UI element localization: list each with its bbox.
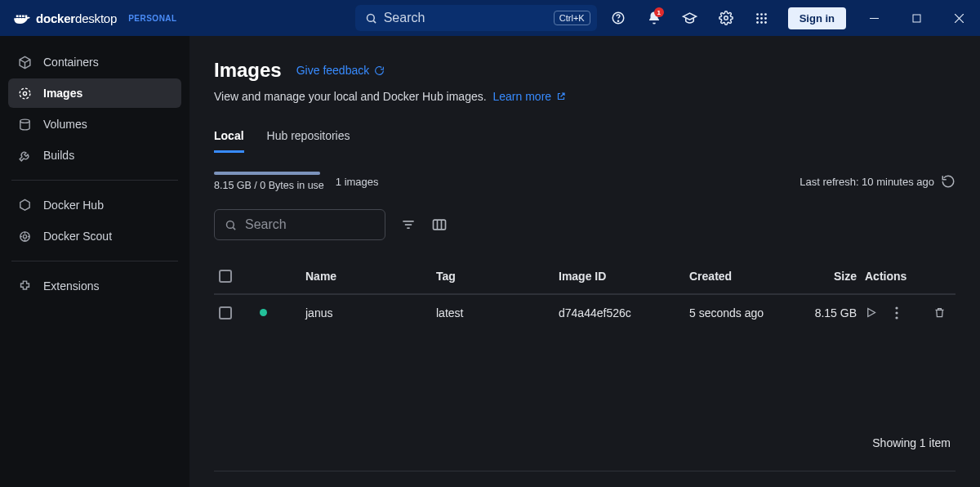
play-icon [865,306,877,319]
sidebar-item-builds[interactable]: Builds [8,141,181,170]
svg-rect-28 [434,220,446,230]
docker-icon [13,11,31,25]
status-dot [260,309,267,316]
scout-icon [18,230,32,244]
svg-line-24 [233,227,235,230]
col-tag[interactable]: Tag [436,270,559,283]
help-icon [611,11,626,25]
sidebar-item-label: Builds [43,149,74,162]
svg-point-9 [760,17,763,20]
svg-point-6 [760,13,763,16]
image-count: 1 images [336,176,379,188]
svg-point-4 [724,16,728,20]
sidebar-item-extensions[interactable]: Extensions [8,271,181,301]
svg-point-18 [20,88,30,99]
svg-rect-15 [913,15,920,22]
learning-button[interactable] [675,3,705,33]
sidebar: Containers Images Volumes Builds Docker … [0,36,189,487]
help-button[interactable] [604,3,633,33]
give-feedback-link[interactable]: Give feedback [296,64,385,77]
page-title: Images [214,59,282,82]
tier-badge: PERSONAL [128,14,177,23]
select-all-checkbox[interactable] [219,270,232,283]
minimize-icon [870,14,879,23]
sidebar-item-label: Docker Hub [43,199,104,212]
columns-icon [431,217,448,233]
sidebar-item-label: Containers [43,56,99,69]
showing-count: Showing 1 item [214,436,956,449]
svg-point-11 [756,21,759,24]
feedback-icon [374,65,385,76]
images-icon [18,87,32,101]
svg-point-0 [367,14,374,21]
svg-point-3 [617,20,618,21]
sidebar-separator [11,180,178,181]
row-checkbox[interactable] [219,306,232,319]
sidebar-item-label: Images [43,87,82,100]
col-created[interactable]: Created [689,270,787,283]
notifications-button[interactable]: 1 [639,3,669,33]
kebab-icon [895,306,898,319]
svg-point-23 [227,221,234,228]
svg-point-33 [895,311,898,314]
sidebar-item-scout[interactable]: Docker Scout [8,221,181,251]
svg-point-20 [20,119,29,123]
table-row[interactable]: janus latest d74a44ef526c 5 seconds ago … [214,294,956,330]
images-search[interactable]: Search [214,209,385,240]
search-kbd: Ctrl+K [554,11,590,25]
sidebar-item-volumes[interactable]: Volumes [8,109,181,139]
run-button[interactable] [865,306,877,319]
last-refresh: Last refresh: 10 minutes ago [800,176,934,188]
close-icon [955,14,964,23]
extensions-icon [18,279,32,293]
sidebar-item-label: Extensions [43,279,99,293]
col-imageid[interactable]: Image ID [559,270,689,283]
more-button[interactable] [895,306,898,319]
refresh-button[interactable] [941,174,956,189]
global-search[interactable]: Search Ctrl+K [355,5,597,31]
close-button[interactable] [941,5,977,31]
svg-point-10 [764,17,767,20]
col-name[interactable]: Name [305,270,436,283]
search-placeholder: Search [384,11,425,25]
app-logo: dockerdesktop PERSONAL [13,11,177,25]
svg-point-7 [764,13,767,16]
main-content: Images Give feedback View and manage you… [189,36,980,487]
sidebar-item-dockerhub[interactable]: Docker Hub [8,190,181,220]
svg-point-32 [895,306,898,309]
cell-imageid: d74a44ef526c [559,306,689,319]
gear-icon [719,11,733,25]
external-link-icon [556,92,566,101]
refresh-icon [941,174,956,189]
cell-created: 5 seconds ago [689,306,787,319]
sidebar-item-containers[interactable]: Containers [8,47,181,77]
minimize-button[interactable] [856,5,892,31]
sidebar-item-label: Docker Scout [43,230,112,243]
cell-size: 8.15 GB [787,306,865,319]
apps-button[interactable] [747,3,777,33]
col-size[interactable]: Size [787,270,865,283]
signin-button[interactable]: Sign in [788,7,846,29]
delete-button[interactable] [933,306,973,319]
sidebar-item-images[interactable]: Images [8,78,181,108]
columns-button[interactable] [431,217,448,233]
learn-more-link[interactable]: Learn more [492,90,566,103]
svg-point-34 [895,316,898,319]
images-search-placeholder: Search [245,217,287,232]
graduation-icon [682,11,697,26]
filter-button[interactable] [400,217,416,233]
svg-point-5 [756,13,759,16]
sidebar-separator [11,261,178,261]
settings-button[interactable] [711,3,741,33]
tab-hub[interactable]: Hub repositories [267,124,350,153]
tab-local[interactable]: Local [214,124,244,153]
images-table: Name Tag Image ID Created Size Actions j… [214,258,956,330]
notif-count: 1 [654,7,664,17]
svg-point-8 [756,17,759,20]
maximize-button[interactable] [898,5,934,31]
logo-text-b: desktop [75,11,117,25]
svg-rect-14 [870,18,879,19]
svg-marker-31 [868,309,875,317]
svg-point-12 [760,21,763,24]
page-subtitle: View and manage your local and Docker Hu… [214,90,956,103]
